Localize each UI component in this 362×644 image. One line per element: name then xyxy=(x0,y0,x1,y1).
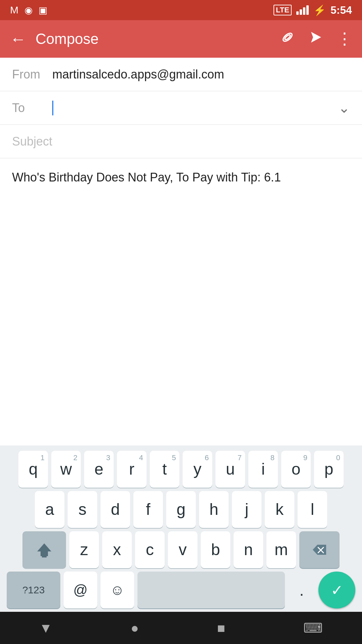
key-l[interactable]: l xyxy=(298,491,327,528)
key-r[interactable]: 4 r xyxy=(117,451,146,488)
key-n[interactable]: n xyxy=(234,531,263,568)
lte-badge: LTE xyxy=(274,5,292,15)
period-label: . xyxy=(299,581,304,599)
subject-input[interactable] xyxy=(12,135,350,149)
to-expand-button[interactable]: ⌄ xyxy=(338,100,350,116)
from-label: From xyxy=(12,67,52,82)
key-w[interactable]: 2 w xyxy=(51,451,81,488)
back-arrow-icon: ← xyxy=(10,30,26,48)
nav-keyboard-button[interactable]: ⌨ xyxy=(303,620,323,636)
compose-body[interactable]: Who's Birthday Does Not Pay, To Pay with… xyxy=(0,158,362,445)
emoji-button[interactable]: ☺ xyxy=(101,572,134,608)
enter-icon: ✓ xyxy=(331,582,343,599)
svg-marker-3 xyxy=(37,543,51,556)
at-button[interactable]: @ xyxy=(64,572,97,608)
more-options-button[interactable]: ⋮ xyxy=(337,31,352,47)
status-bar-left: M ◉ ▣ xyxy=(10,4,47,16)
send-button[interactable] xyxy=(308,30,323,48)
to-row[interactable]: To ⌄ xyxy=(0,91,362,125)
to-label: To xyxy=(12,101,52,115)
battery-icon: ⚡ xyxy=(313,4,326,16)
key-y[interactable]: 6 y xyxy=(183,451,212,488)
key-m[interactable]: m xyxy=(266,531,296,568)
key-e[interactable]: 3 e xyxy=(84,451,114,488)
num-switch-label: ?123 xyxy=(22,584,45,596)
key-s[interactable]: s xyxy=(68,491,97,528)
svg-rect-4 xyxy=(42,556,47,557)
key-v[interactable]: v xyxy=(168,531,197,568)
gmail-icon: M xyxy=(10,4,18,16)
circle-icon: ◉ xyxy=(24,5,33,16)
key-i[interactable]: 8 i xyxy=(248,451,278,488)
nav-back-button[interactable]: ▼ xyxy=(39,621,53,636)
text-cursor xyxy=(52,101,53,115)
emoji-icon: ☺ xyxy=(110,582,125,598)
key-t[interactable]: 5 t xyxy=(150,451,179,488)
from-row: From martinsalcedo.apps@gmail.com xyxy=(0,58,362,91)
nav-recents-button[interactable]: ■ xyxy=(217,621,225,636)
back-button[interactable]: ← xyxy=(10,30,26,48)
key-q[interactable]: 1 q xyxy=(18,451,48,488)
signal-bars xyxy=(296,5,309,15)
subject-row[interactable] xyxy=(0,125,362,158)
key-b[interactable]: b xyxy=(201,531,230,568)
key-o[interactable]: 9 o xyxy=(281,451,311,488)
app-bar-title: Compose xyxy=(36,31,280,47)
keyboard-row-bottom: ?123 @ ☺ . ✓ xyxy=(3,572,359,608)
compose-area: From martinsalcedo.apps@gmail.com To ⌄ W… xyxy=(0,58,362,445)
num-switch-button[interactable]: ?123 xyxy=(7,572,60,608)
keyboard-row-2: a s d f g h j k l xyxy=(3,491,359,528)
enter-button[interactable]: ✓ xyxy=(318,572,355,608)
attach-button[interactable] xyxy=(280,30,295,48)
key-h[interactable]: h xyxy=(199,491,229,528)
space-button[interactable] xyxy=(137,572,285,608)
nav-home-button[interactable]: ● xyxy=(131,621,139,636)
key-j[interactable]: j xyxy=(232,491,261,528)
status-time: 5:54 xyxy=(330,4,352,16)
key-f[interactable]: f xyxy=(133,491,163,528)
app-bar: ← Compose ⋮ xyxy=(0,20,362,58)
to-input[interactable] xyxy=(55,101,338,115)
period-button[interactable]: . xyxy=(288,572,315,608)
key-p[interactable]: 0 p xyxy=(314,451,344,488)
app-bar-actions: ⋮ xyxy=(280,30,352,48)
svg-point-0 xyxy=(282,32,294,43)
keyboard: 1 q 2 w 3 e 4 r 5 t 6 y 7 u 8 i xyxy=(0,445,362,612)
key-d[interactable]: d xyxy=(101,491,130,528)
key-g[interactable]: g xyxy=(166,491,196,528)
key-k[interactable]: k xyxy=(265,491,294,528)
sd-icon: ▣ xyxy=(39,5,47,16)
key-u[interactable]: 7 u xyxy=(216,451,245,488)
key-z[interactable]: z xyxy=(69,531,99,568)
key-c[interactable]: c xyxy=(135,531,165,568)
shift-button[interactable] xyxy=(22,531,66,568)
keyboard-row-1: 1 q 2 w 3 e 4 r 5 t 6 y 7 u 8 i xyxy=(3,451,359,488)
from-value: martinsalcedo.apps@gmail.com xyxy=(52,67,350,82)
status-bar-right: LTE ⚡ 5:54 xyxy=(274,4,352,16)
key-a[interactable]: a xyxy=(35,491,64,528)
nav-bar: ▼ ● ■ ⌨ xyxy=(0,612,362,644)
body-text: Who's Birthday Does Not Pay, To Pay with… xyxy=(12,170,281,184)
key-x[interactable]: x xyxy=(102,531,132,568)
backspace-button[interactable] xyxy=(299,531,340,568)
svg-marker-2 xyxy=(311,32,321,43)
status-bar: M ◉ ▣ LTE ⚡ 5:54 xyxy=(0,0,362,20)
at-label: @ xyxy=(73,582,88,598)
keyboard-row-3: z x c v b n m xyxy=(3,531,359,568)
